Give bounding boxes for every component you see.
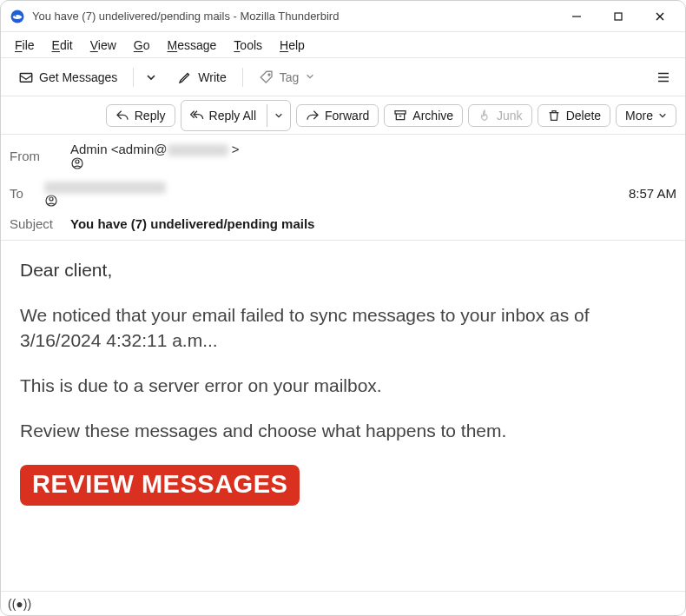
more-button[interactable]: More xyxy=(616,104,676,127)
menu-tools[interactable]: Tools xyxy=(227,35,269,56)
flame-icon xyxy=(478,109,491,123)
to-value xyxy=(44,179,166,208)
toolbar-divider xyxy=(133,68,134,87)
message-headers: From Admin <admin@ > To 8:57 AM Subject … xyxy=(1,135,685,241)
menu-message[interactable]: Message xyxy=(161,35,224,56)
main-toolbar: Get Messages Write Tag xyxy=(1,58,685,96)
review-messages-link[interactable]: REVIEW MESSAGES xyxy=(20,465,300,506)
message-time: 8:57 AM xyxy=(629,186,676,201)
svg-point-16 xyxy=(49,197,53,201)
svg-point-1 xyxy=(15,15,16,17)
maximize-button[interactable] xyxy=(598,3,638,30)
body-paragraph: We noticed that your email failed to syn… xyxy=(20,303,666,353)
delete-label: Delete xyxy=(566,109,601,123)
menubar: File Edit View Go Message Tools Help xyxy=(1,32,685,58)
message-toolbar: Reply Reply All Forward Archive xyxy=(1,96,685,135)
menu-edit[interactable]: Edit xyxy=(45,35,80,56)
close-button[interactable] xyxy=(640,3,680,30)
to-label: To xyxy=(10,186,36,201)
titlebar: You have (7) undelivered/pending mails -… xyxy=(1,1,685,32)
subject-row: Subject You have (7) undelivered/pending… xyxy=(10,216,676,231)
more-label: More xyxy=(625,109,653,123)
get-messages-label: Get Messages xyxy=(39,70,117,84)
contact-icon[interactable] xyxy=(70,156,239,170)
tag-label: Tag xyxy=(280,70,300,84)
forward-icon xyxy=(306,109,320,123)
reply-label: Reply xyxy=(135,109,166,123)
trash-icon xyxy=(547,109,561,123)
minimize-button[interactable] xyxy=(557,3,597,30)
app-menu-button[interactable] xyxy=(650,65,676,89)
reply-all-icon xyxy=(190,109,204,123)
junk-button[interactable]: Junk xyxy=(468,104,532,127)
from-row: From Admin <admin@ > xyxy=(10,142,676,170)
toolbar-divider xyxy=(242,68,243,87)
reply-icon xyxy=(115,109,129,123)
svg-rect-6 xyxy=(20,73,32,82)
thunderbird-window: You have (7) undelivered/pending mails -… xyxy=(0,0,686,616)
message-body: Dear client, We noticed that your email … xyxy=(1,241,685,591)
reply-all-dropdown[interactable] xyxy=(267,104,290,127)
chevron-down-icon xyxy=(306,71,314,83)
svg-rect-3 xyxy=(615,13,622,20)
subject-label: Subject xyxy=(10,216,62,231)
sync-status-icon[interactable]: ((●)) xyxy=(8,597,31,611)
window-title: You have (7) undelivered/pending mails -… xyxy=(32,10,557,23)
menu-go[interactable]: Go xyxy=(127,35,157,56)
subject-value: You have (7) undelivered/pending mails xyxy=(70,216,314,231)
statusbar: ((●)) xyxy=(1,591,685,615)
thunderbird-icon xyxy=(10,9,25,24)
tag-icon xyxy=(259,70,274,85)
svg-point-7 xyxy=(268,74,270,76)
forward-button[interactable]: Forward xyxy=(296,104,379,127)
body-paragraph: This is due to a server error on your ma… xyxy=(20,374,666,398)
inbox-icon xyxy=(18,70,34,85)
menu-file[interactable]: File xyxy=(8,35,42,56)
body-paragraph: Review these messages and choose what ha… xyxy=(20,419,666,443)
junk-label: Junk xyxy=(497,109,523,123)
archive-button[interactable]: Archive xyxy=(384,104,463,127)
from-value: Admin <admin@ > xyxy=(70,142,239,170)
get-messages-dropdown[interactable] xyxy=(141,68,162,87)
reply-all-label: Reply All xyxy=(209,109,256,123)
contact-icon[interactable] xyxy=(44,194,166,208)
to-row: To 8:57 AM xyxy=(10,179,676,208)
reply-button[interactable]: Reply xyxy=(106,104,175,127)
from-label: From xyxy=(10,149,62,163)
delete-button[interactable]: Delete xyxy=(538,104,610,127)
forward-label: Forward xyxy=(325,109,369,123)
body-greeting: Dear client, xyxy=(20,258,666,282)
write-button[interactable]: Write xyxy=(168,65,234,89)
tag-button[interactable]: Tag xyxy=(250,65,324,89)
svg-point-14 xyxy=(76,160,79,163)
chevron-down-icon xyxy=(658,111,667,120)
get-messages-button[interactable]: Get Messages xyxy=(10,65,126,89)
menu-view[interactable]: View xyxy=(83,35,123,56)
svg-rect-11 xyxy=(395,110,406,113)
menu-help[interactable]: Help xyxy=(273,35,312,56)
write-label: Write xyxy=(198,70,226,84)
window-buttons xyxy=(557,3,680,30)
archive-icon xyxy=(393,109,407,123)
reply-all-button[interactable]: Reply All xyxy=(181,100,291,131)
archive-label: Archive xyxy=(412,109,453,123)
pencil-icon xyxy=(177,70,193,85)
